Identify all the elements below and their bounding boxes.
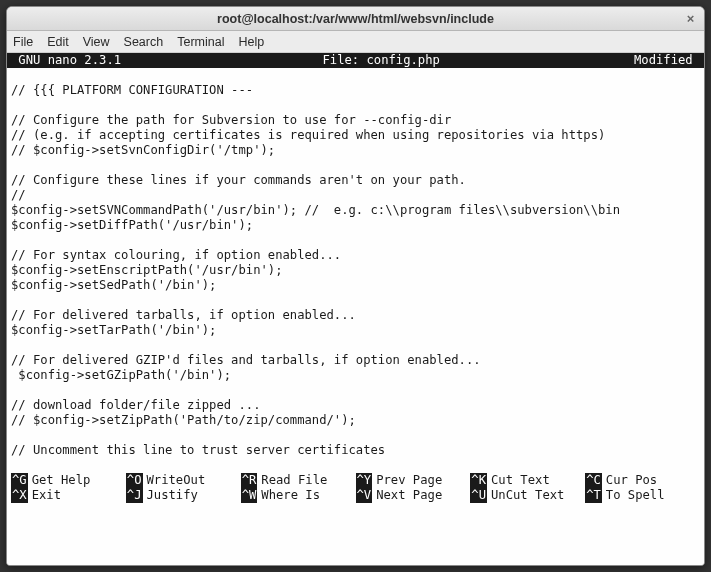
code-line: // $config->setSvnConfigDir('/tmp');	[11, 143, 700, 158]
code-line	[11, 68, 700, 83]
code-line: //	[11, 188, 700, 203]
code-line	[11, 428, 700, 443]
code-line	[11, 383, 700, 398]
shortcut-label: Read File	[257, 473, 327, 488]
code-line: // Uncomment this line to trust server c…	[11, 443, 700, 458]
shortcut-exit[interactable]: ^XExit	[11, 488, 126, 503]
code-line	[11, 338, 700, 353]
code-line	[11, 98, 700, 113]
code-line: // For delivered GZIP'd files and tarbal…	[11, 353, 700, 368]
shortcut-label: Cur Pos	[602, 473, 657, 488]
shortcut-label: Justify	[143, 488, 198, 503]
shortcut-cur-pos[interactable]: ^CCur Pos	[585, 473, 700, 488]
editor-content[interactable]: // {{{ PLATFORM CONFIGURATION ---// Conf…	[7, 68, 704, 473]
code-line: // Configure these lines if your command…	[11, 173, 700, 188]
code-line: // For syntax colouring, if option enabl…	[11, 248, 700, 263]
code-line	[11, 293, 700, 308]
code-line: // (e.g. if accepting certificates is re…	[11, 128, 700, 143]
code-line	[11, 233, 700, 248]
nano-statusbar: GNU nano 2.3.1 File: config.php Modified	[7, 53, 704, 68]
shortcut-uncut-text[interactable]: ^UUnCut Text	[470, 488, 585, 503]
shortcut-read-file[interactable]: ^RRead File	[241, 473, 356, 488]
code-line: $config->setTarPath('/bin');	[11, 323, 700, 338]
window-title: root@localhost:/var/www/html/websvn/incl…	[217, 12, 494, 26]
shortcut-prev-page[interactable]: ^YPrev Page	[356, 473, 471, 488]
code-line: $config->setEnscriptPath('/usr/bin');	[11, 263, 700, 278]
shortcut-to-spell[interactable]: ^TTo Spell	[585, 488, 700, 503]
shortcut-label: Where Is	[257, 488, 320, 503]
code-line	[11, 458, 700, 473]
shortcut-writeout[interactable]: ^OWriteOut	[126, 473, 241, 488]
shortcut-key: ^V	[356, 488, 373, 503]
menu-edit[interactable]: Edit	[47, 35, 69, 49]
code-line: // For delivered tarballs, if option ena…	[11, 308, 700, 323]
shortcut-label: UnCut Text	[487, 488, 564, 503]
code-line: $config->setGZipPath('/bin');	[11, 368, 700, 383]
nano-modified-flag: Modified	[634, 53, 700, 68]
shortcut-key: ^G	[11, 473, 28, 488]
code-line: // $config->setZipPath('Path/to/zip/comm…	[11, 413, 700, 428]
code-line: $config->setSVNCommandPath('/usr/bin'); …	[11, 203, 700, 218]
close-icon[interactable]: ×	[683, 11, 698, 26]
shortcut-label: Prev Page	[372, 473, 442, 488]
menu-file[interactable]: File	[13, 35, 33, 49]
shortcut-next-page[interactable]: ^VNext Page	[356, 488, 471, 503]
terminal-window: root@localhost:/var/www/html/websvn/incl…	[6, 6, 705, 566]
menu-help[interactable]: Help	[238, 35, 264, 49]
shortcut-key: ^R	[241, 473, 258, 488]
nano-filename: File: config.php	[128, 53, 634, 68]
titlebar[interactable]: root@localhost:/var/www/html/websvn/incl…	[7, 7, 704, 31]
menu-search[interactable]: Search	[124, 35, 164, 49]
shortcut-key: ^J	[126, 488, 143, 503]
shortcut-label: Exit	[28, 488, 61, 503]
shortcut-get-help[interactable]: ^GGet Help	[11, 473, 126, 488]
shortcut-key: ^K	[470, 473, 487, 488]
shortcut-key: ^C	[585, 473, 602, 488]
code-line: // Configure the path for Subversion to …	[11, 113, 700, 128]
shortcut-key: ^Y	[356, 473, 373, 488]
menu-view[interactable]: View	[83, 35, 110, 49]
menubar: File Edit View Search Terminal Help	[7, 31, 704, 53]
shortcut-key: ^X	[11, 488, 28, 503]
nano-shortcuts-row1: ^GGet Help^OWriteOut^RRead File^YPrev Pa…	[7, 473, 704, 488]
code-line	[11, 158, 700, 173]
shortcut-label: Next Page	[372, 488, 442, 503]
shortcut-key: ^U	[470, 488, 487, 503]
shortcut-label: WriteOut	[143, 473, 206, 488]
code-line: $config->setDiffPath('/usr/bin');	[11, 218, 700, 233]
code-line: // download folder/file zipped ...	[11, 398, 700, 413]
menu-terminal[interactable]: Terminal	[177, 35, 224, 49]
shortcut-justify[interactable]: ^JJustify	[126, 488, 241, 503]
nano-version: GNU nano 2.3.1	[11, 53, 128, 68]
code-line: $config->setSedPath('/bin');	[11, 278, 700, 293]
shortcut-key: ^W	[241, 488, 258, 503]
shortcut-cut-text[interactable]: ^KCut Text	[470, 473, 585, 488]
shortcut-label: Cut Text	[487, 473, 550, 488]
terminal-area[interactable]: GNU nano 2.3.1 File: config.php Modified…	[7, 53, 704, 565]
shortcut-where-is[interactable]: ^WWhere Is	[241, 488, 356, 503]
shortcut-key: ^O	[126, 473, 143, 488]
code-line: // {{{ PLATFORM CONFIGURATION ---	[11, 83, 700, 98]
shortcut-label: To Spell	[602, 488, 665, 503]
nano-shortcuts-row2: ^XExit^JJustify^WWhere Is^VNext Page^UUn…	[7, 488, 704, 503]
shortcut-key: ^T	[585, 488, 602, 503]
shortcut-label: Get Help	[28, 473, 91, 488]
